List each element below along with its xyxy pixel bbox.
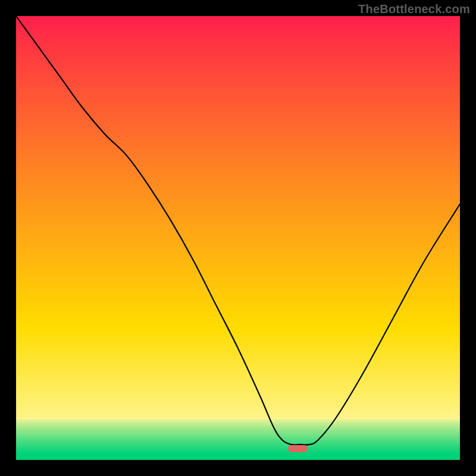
curve-layer — [16, 16, 460, 460]
chart-frame: TheBottleneck.com — [0, 0, 476, 476]
bottleneck-curve — [16, 16, 460, 445]
plot-area — [16, 16, 460, 460]
watermark-text: TheBottleneck.com — [358, 2, 470, 16]
plot-outer — [16, 16, 460, 460]
optimum-marker — [288, 445, 308, 452]
